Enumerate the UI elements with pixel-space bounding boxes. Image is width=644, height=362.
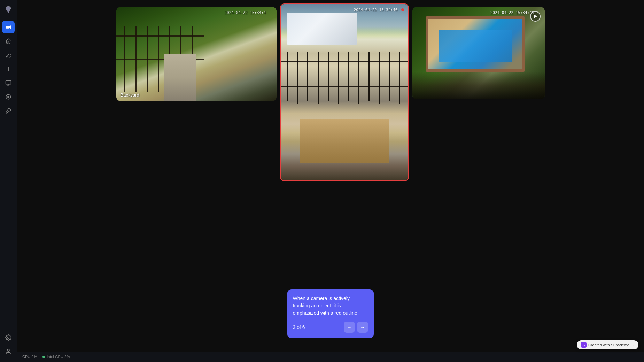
sidebar (0, 0, 17, 362)
status-bar: CPU 9% Intel GPU 2% (17, 352, 644, 362)
sidebar-item-video[interactable] (2, 21, 15, 33)
sidebar-logo (3, 4, 14, 15)
sidebar-item-leaf[interactable] (2, 49, 15, 61)
gpu-status-dot (42, 356, 45, 358)
sidebar-item-home[interactable] (2, 35, 15, 47)
svg-point-8 (8, 96, 9, 98)
cam-timestamp-left: 2024-04-22 15:34:4 (224, 10, 266, 15)
status-cpu: CPU 9% (22, 355, 37, 359)
supademo-label: Created with Supademo → (588, 343, 634, 347)
status-gpu: Intel GPU 2% (42, 355, 70, 359)
main-content: 2024-04-22 15:34:4 Backyard (17, 0, 644, 362)
svg-point-10 (7, 349, 9, 351)
sidebar-item-user[interactable] (2, 345, 15, 358)
svg-point-9 (8, 337, 9, 339)
cam-timestamp-right: 2024-04-22 15:34:45 (490, 10, 534, 15)
tooltip-counter: 3 of 6 (293, 324, 305, 330)
camera-card-center[interactable]: 2024-04-22 15:34:46 (280, 3, 409, 181)
svg-marker-1 (9, 25, 11, 29)
tooltip-popover: When a camera is actively tracking an ob… (287, 289, 374, 338)
tooltip-nav: ← → (344, 322, 368, 333)
tooltip-prev-button[interactable]: ← (344, 322, 355, 333)
sidebar-item-monitor[interactable] (2, 77, 15, 89)
svg-rect-0 (6, 26, 10, 29)
gpu-label: Intel GPU 2% (47, 355, 70, 359)
tooltip-text: When a camera is actively tracking an ob… (293, 295, 368, 317)
camera-card-right[interactable]: 2024-04-22 15:34:45 (412, 7, 545, 99)
tooltip-footer: 3 of 6 ← → (293, 322, 368, 333)
sidebar-item-tool[interactable] (2, 105, 15, 117)
sidebar-item-circle[interactable] (2, 91, 15, 103)
play-button-right[interactable] (530, 11, 541, 22)
supademo-icon: S (581, 342, 587, 348)
cpu-label: CPU 9% (22, 355, 37, 359)
svg-marker-11 (534, 14, 537, 18)
sidebar-item-add[interactable] (2, 63, 15, 75)
cam-red-dot-center (401, 8, 404, 11)
cam-label-left: Backyard (121, 92, 139, 98)
tooltip-next-button[interactable]: → (357, 322, 368, 333)
sidebar-item-settings[interactable] (2, 331, 15, 344)
camera-card-left[interactable]: 2024-04-22 15:34:4 Backyard (116, 7, 277, 101)
cam-timestamp-center: 2024-04-22 15:34:46 (354, 8, 398, 12)
svg-rect-4 (6, 80, 11, 84)
supademo-badge[interactable]: S Created with Supademo → (577, 340, 638, 349)
